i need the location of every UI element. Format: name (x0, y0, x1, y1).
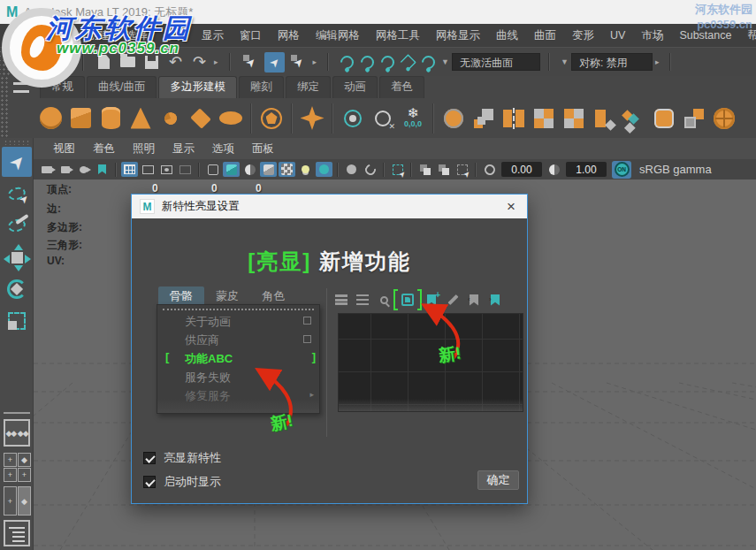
toolbar-expand-arrow[interactable]: ▸ (313, 57, 317, 66)
single-pane-layout-button[interactable]: ◆◆ ◆◆ (4, 419, 30, 447)
symmetry-dropdown-arrow[interactable]: ▼ (561, 57, 569, 66)
poly-sphere-icon[interactable] (37, 103, 64, 134)
color-management-toggle[interactable]: ON (612, 161, 631, 179)
film-gate-icon[interactable] (140, 162, 157, 177)
exposure-field[interactable]: 0.00 (501, 162, 542, 177)
gate-mask-icon[interactable] (177, 162, 194, 177)
redo-button[interactable]: ↷ (189, 52, 210, 73)
active-surface-field[interactable]: 无激活曲面 (452, 53, 540, 71)
move-tool[interactable] (2, 242, 32, 272)
poly-cube-icon[interactable] (67, 103, 94, 134)
checker-material-icon[interactable] (279, 162, 295, 177)
shadows-icon[interactable] (316, 162, 332, 177)
highlight-new-features-checkbox[interactable] (143, 452, 156, 464)
two-pane-layout-button-1[interactable]: + (4, 486, 17, 516)
select-component-mode-button[interactable]: ➤ (288, 52, 309, 73)
panel-menu-view[interactable]: 视图 (44, 141, 84, 157)
shelf-tab-rigging[interactable]: 绑定 (286, 76, 331, 98)
shelf-tab-sculpting[interactable]: 雕刻 (239, 76, 284, 98)
toolbar-expand-arrow[interactable]: ▸ (214, 57, 218, 66)
outliner-layout-button[interactable] (4, 520, 30, 546)
menu-mesh[interactable]: 网格 (270, 28, 308, 43)
menu-marketplace[interactable]: 市场 (633, 28, 671, 43)
viewport-canvas[interactable]: 顶点: 边: 多边形: 三角形: UV: 0 0 0 M 新特性亮显设置 × (34, 180, 756, 550)
snap-options-arrow[interactable]: ▼ (441, 57, 449, 66)
contrast-icon[interactable] (546, 162, 562, 177)
four-pane-layout-button-2[interactable]: ◆ (18, 453, 31, 467)
select-camera-icon[interactable] (38, 162, 55, 177)
panel-menu-lighting[interactable]: 照明 (124, 141, 164, 157)
poly-cylinder-icon[interactable] (97, 103, 124, 134)
dialog-title-bar[interactable]: M 新特性亮显设置 × (132, 195, 527, 218)
use-lights-icon[interactable] (297, 162, 314, 177)
isolate-view-icon[interactable] (454, 162, 470, 177)
scale-tool[interactable] (2, 306, 32, 336)
shelf-tab-curves-surfaces[interactable]: 曲线/曲面 (87, 76, 157, 98)
shelf-tab-animation[interactable]: 动画 (332, 76, 378, 98)
multi-cut-icon[interactable] (621, 103, 647, 134)
camera-attributes-icon[interactable] (75, 162, 92, 177)
wireframe-display-icon[interactable] (204, 162, 221, 177)
four-pane-layout-button-4[interactable]: + (18, 468, 31, 482)
select-tool[interactable]: ➤ (2, 147, 32, 177)
panel-menu-show[interactable]: 显示 (164, 141, 203, 157)
snap-to-plane-icon[interactable] (400, 53, 416, 70)
combine-mesh-icon[interactable] (470, 103, 497, 134)
symmetry-field[interactable]: 对称: 禁用 (571, 53, 653, 71)
textured-display-icon[interactable] (260, 162, 277, 177)
snap-to-curve-icon[interactable] (358, 52, 377, 71)
select-object-mode-button[interactable]: ➤ (264, 52, 285, 73)
show-on-startup-checkbox[interactable] (143, 476, 156, 488)
joint-tool-icon[interactable] (340, 103, 366, 134)
select-hierarchy-mode-button[interactable]: ➤ (241, 52, 261, 73)
platonic-solid-icon[interactable] (258, 103, 285, 134)
two-pane-layout-button-2[interactable]: ◆ (18, 486, 31, 516)
menu-windows[interactable]: 窗口 (232, 28, 270, 43)
toolbox-grip[interactable] (4, 140, 30, 145)
isolate-add-icon[interactable] (435, 162, 452, 177)
ok-button[interactable]: 确定 (477, 470, 519, 490)
bevel-icon[interactable] (651, 103, 677, 134)
menu-curves[interactable]: 曲线 (488, 28, 526, 43)
super-shape-icon[interactable] (299, 103, 325, 134)
colorspace-label[interactable]: sRGB gamma (639, 163, 712, 176)
lock-camera-icon[interactable] (57, 162, 73, 177)
menu-mesh-display[interactable]: 网格显示 (428, 28, 488, 43)
motion-blur-icon[interactable] (362, 162, 378, 177)
extrude-icon[interactable] (591, 103, 617, 134)
panel-menu-shading[interactable]: 着色 (84, 141, 124, 157)
resolution-gate-icon[interactable] (158, 162, 175, 177)
highlight-new-features-option[interactable]: 亮显新特性 (143, 450, 221, 466)
grid-toggle-icon[interactable] (121, 162, 138, 177)
quad-draw-icon[interactable] (681, 103, 707, 134)
flat-shade-icon[interactable] (241, 162, 258, 177)
append-poly-icon[interactable] (561, 103, 587, 134)
snap-to-grid-icon[interactable] (338, 52, 356, 71)
circularize-icon[interactable] (711, 103, 737, 134)
fill-hole-icon[interactable] (531, 103, 557, 134)
panel-menu-panels[interactable]: 面板 (243, 141, 283, 157)
dialog-close-button[interactable]: × (503, 199, 519, 214)
xray-select-icon[interactable] (389, 162, 406, 177)
smooth-mesh-icon[interactable] (440, 103, 467, 134)
delete-history-icon[interactable] (370, 103, 396, 134)
poly-torus-icon[interactable] (157, 103, 184, 134)
menu-edit-mesh[interactable]: 编辑网格 (308, 28, 368, 43)
bookmark-view-icon[interactable] (94, 162, 111, 177)
mirror-mesh-icon[interactable] (500, 103, 527, 134)
shelf-tab-rendering[interactable]: 着色 (379, 76, 424, 98)
shaded-display-icon[interactable] (223, 162, 240, 177)
snap-to-point-icon[interactable] (378, 52, 397, 71)
show-on-startup-option[interactable]: 启动时显示 (143, 474, 221, 490)
menu-deform[interactable]: 变形 (564, 28, 602, 43)
poly-disc-icon[interactable] (218, 103, 244, 134)
four-pane-layout-button-3[interactable]: + (4, 468, 17, 482)
four-pane-layout-button-1[interactable]: + (4, 453, 17, 467)
shelf-grip[interactable] (0, 76, 10, 138)
poly-cone-icon[interactable] (127, 103, 154, 134)
menu-display[interactable]: 显示 (194, 28, 232, 43)
menu-uv[interactable]: UV (602, 29, 633, 42)
poly-plane-icon[interactable] (187, 103, 214, 134)
rotate-tool[interactable] (2, 274, 32, 304)
exposure-icon[interactable] (481, 162, 498, 177)
